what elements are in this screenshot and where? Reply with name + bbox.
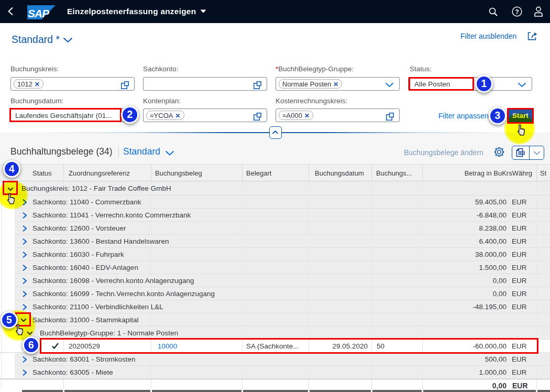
- svg-text:SAP: SAP: [28, 7, 50, 19]
- svg-text:?: ?: [515, 8, 519, 16]
